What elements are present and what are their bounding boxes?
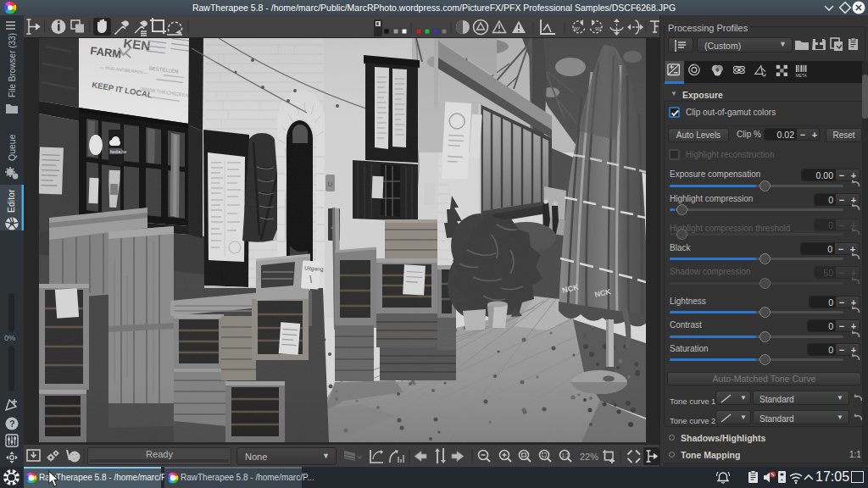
svg-text:?: ? — [9, 419, 15, 429]
svg-text:0%: 0% — [4, 334, 15, 342]
svg-text:90°: 90° — [574, 26, 581, 31]
svg-text:Editor: Editor — [6, 189, 16, 213]
svg-text:File Browser (33): File Browser (33) — [7, 33, 17, 97]
svg-text:22%: 22% — [580, 452, 598, 462]
svg-text:1:1: 1:1 — [562, 452, 570, 458]
svg-text:META: META — [795, 74, 807, 78]
svg-text:Queue: Queue — [7, 134, 17, 161]
svg-text:90°: 90° — [595, 26, 602, 31]
